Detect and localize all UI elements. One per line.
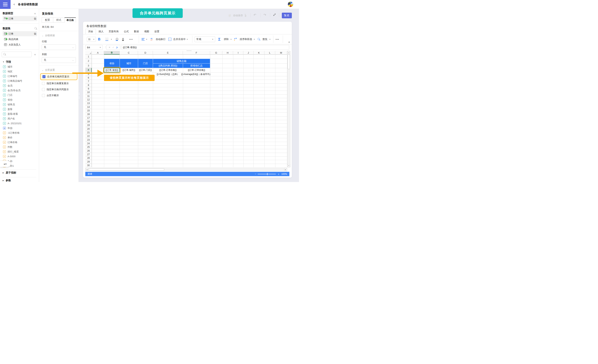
sum-dropdown-icon[interactable]: ▼: [230, 39, 232, 40]
cell-F4[interactable]: {{订单.订单价格}}: [183, 68, 210, 72]
table-header-cell-B2[interactable]: 省份: [104, 59, 120, 68]
field-item[interactable]: T城市: [0, 64, 39, 69]
group-by-section[interactable]: ⌄ 分组依据: [39, 31, 79, 38]
find-dropdown-icon[interactable]: ▼: [269, 39, 271, 40]
row-group-select[interactable]: 无⌄: [42, 44, 76, 50]
field-item[interactable]: #排行_维度: [0, 149, 39, 154]
scroll-right-icon[interactable]: ▶: [284, 168, 287, 171]
scroll-down-icon[interactable]: ▼: [288, 164, 290, 167]
copy-icon[interactable]: ⧉: [34, 32, 36, 35]
preview-button[interactable]: 预览: [282, 13, 292, 18]
fields-section-header[interactable]: ▼ 字段: [0, 59, 39, 64]
ribbon-tab-开始[interactable]: 开始: [85, 29, 96, 34]
hamburger-menu-icon[interactable]: [0, 0, 11, 9]
row-header-16[interactable]: 16: [85, 113, 92, 116]
column-header-I[interactable]: I: [233, 51, 243, 55]
dataset-item[interactable]: 订单⧉: [3, 31, 37, 36]
horizontal-scrollbar[interactable]: ◀ ▶: [85, 168, 287, 171]
row-header-27[interactable]: 27: [85, 153, 92, 156]
row-header-24[interactable]: 24: [85, 142, 92, 145]
column-header-H[interactable]: H: [222, 51, 233, 55]
merge-center-label[interactable]: 合并后居中: [173, 38, 186, 41]
row-header-8[interactable]: 8: [85, 83, 92, 87]
row-header-4[interactable]: 4: [85, 68, 92, 72]
avatar[interactable]: [288, 1, 293, 7]
field-item[interactable]: T新客/老客: [0, 112, 39, 116]
row-header-28[interactable]: 28: [85, 156, 92, 160]
zoom-in-icon[interactable]: ＋: [277, 172, 280, 176]
field-item[interactable]: TA- 20210101: [0, 121, 39, 126]
field-search-input[interactable]: [2, 51, 32, 57]
table-header-cell-E3[interactable]: {{商品列表.类别}}: [153, 63, 183, 68]
checkbox-checked[interactable]: [42, 75, 45, 78]
zoom-slider-thumb[interactable]: [267, 173, 267, 175]
row-header-20[interactable]: 20: [85, 127, 92, 131]
field-item[interactable]: T用户名: [0, 116, 39, 121]
ribbon-tab-数据[interactable]: 数据: [131, 29, 141, 34]
row-header-12[interactable]: 12: [85, 98, 92, 102]
row-header-22[interactable]: 22: [85, 134, 92, 138]
cell-E4[interactable]: {{订单.订单价格}}: [153, 68, 183, 72]
wrap-text-label[interactable]: 自动换行: [156, 38, 166, 41]
borders-dropdown-icon[interactable]: ▼: [111, 39, 112, 40]
cell-E5[interactable]: {{=Sum(D4)}}（总和）: [153, 72, 183, 76]
spreadsheet-grid[interactable]: ABCDEFGHIJKLM123456789101112131415161718…: [85, 51, 287, 167]
col-group-select[interactable]: 无⌄: [42, 57, 76, 63]
row-header-14[interactable]: 14: [85, 105, 92, 109]
ribbon-tab-公式[interactable]: 公式: [121, 29, 131, 34]
bold-button[interactable]: B: [98, 37, 100, 41]
field-item[interactable]: T销售员: [0, 102, 39, 107]
column-header-A[interactable]: A: [92, 51, 104, 55]
column-header-E[interactable]: E: [153, 51, 183, 55]
panel-tab-样式[interactable]: 样式: [53, 17, 65, 23]
number-format-select[interactable]: 常规▼: [195, 36, 215, 42]
ribbon-tab-插入[interactable]: 插入: [96, 29, 106, 34]
ribbon-tab-设置[interactable]: 设置: [152, 29, 162, 34]
sort-filter-icon[interactable]: A▼Z: [234, 38, 237, 41]
scroll-left-icon[interactable]: ◀: [85, 168, 88, 171]
row-header-19[interactable]: 19: [85, 124, 92, 127]
field-item[interactable]: T会员: [0, 83, 39, 88]
search-icon[interactable]: [34, 27, 37, 30]
fill-color-icon[interactable]: [116, 38, 118, 41]
table-header-cell-E2[interactable]: 销售总额: [153, 59, 210, 63]
column-header-K[interactable]: K: [254, 51, 265, 55]
copy-icon[interactable]: ⧉: [34, 17, 36, 20]
params-section[interactable]: ▶ 参数: [3, 177, 36, 182]
column-header-F[interactable]: F: [183, 51, 210, 55]
save-icon[interactable]: [245, 14, 245, 17]
field-item[interactable]: T订单编号: [0, 74, 39, 79]
ribbon-collapse-icon[interactable]: ∧: [288, 41, 290, 43]
field-item[interactable]: T新客: [0, 107, 39, 112]
row-header-10[interactable]: 10: [85, 91, 92, 94]
row-header-2[interactable]: 2: [85, 59, 92, 63]
field-item[interactable]: #订单价格: [0, 140, 39, 145]
sum-label[interactable]: 求和: [224, 38, 229, 41]
align-icon[interactable]: [141, 38, 145, 40]
column-header-J[interactable]: J: [243, 51, 254, 55]
atomic-metrics-section[interactable]: ▶ 原子指标: [3, 169, 36, 176]
row-header-18[interactable]: 18: [85, 120, 92, 124]
row-header-3[interactable]: 3: [85, 63, 92, 68]
field-item[interactable]: T会员/非会员: [0, 88, 39, 93]
panel-tab-单元格[interactable]: 单元格: [65, 17, 76, 23]
column-header-M[interactable]: M: [275, 51, 287, 55]
vertical-scrollbar[interactable]: ▲ ▼: [287, 51, 290, 167]
table-header-cell-F3[interactable]: 按省份汇总: [183, 63, 210, 68]
wrap-text-icon[interactable]: abc↵: [151, 38, 153, 41]
row-header-17[interactable]: 17: [85, 116, 92, 120]
zoom-out-icon[interactable]: −: [255, 173, 256, 175]
row-header-9[interactable]: 9: [85, 87, 92, 91]
more-format-icon[interactable]: •••: [129, 38, 133, 41]
row-header-23[interactable]: 23: [85, 138, 92, 142]
field-item[interactable]: #A-5000: [0, 154, 39, 159]
cell-F5[interactable]: {{=Average(E4)}}（各省平均）: [183, 72, 210, 76]
autosave-checkbox[interactable]: ✓: [229, 14, 231, 17]
more-tools-icon[interactable]: •••: [276, 38, 279, 41]
row-header-11[interactable]: 11: [85, 94, 92, 98]
font-color-icon[interactable]: A: [122, 38, 124, 41]
redo-icon[interactable]: ↷: [264, 13, 266, 17]
back-icon[interactable]: ‹: [14, 2, 15, 6]
table-header-cell-C2[interactable]: 城市: [120, 59, 138, 68]
sort-filter-label[interactable]: 排序和筛选: [240, 38, 252, 41]
